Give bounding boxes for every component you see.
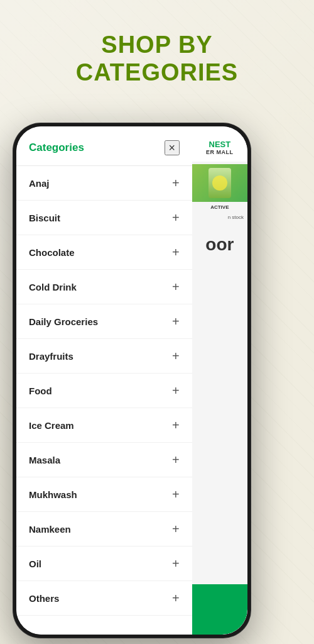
- category-item[interactable]: Cold Drink +: [16, 270, 192, 304]
- expand-icon: +: [172, 488, 180, 501]
- page-title: SHOP BY CATEGORIES: [13, 31, 301, 86]
- category-item[interactable]: Drayfruits +: [16, 339, 192, 374]
- teal-block: [192, 584, 247, 635]
- close-button[interactable]: ×: [165, 140, 180, 155]
- category-name: Ice Cream: [29, 420, 74, 431]
- category-item[interactable]: Mukhwash +: [16, 477, 192, 512]
- category-item[interactable]: Namkeen +: [16, 512, 192, 547]
- category-item[interactable]: Oil +: [16, 547, 192, 581]
- category-name: Chocolate: [29, 247, 75, 258]
- panel-title: Categories: [29, 142, 84, 154]
- category-item[interactable]: Ice Cream +: [16, 408, 192, 443]
- category-name: Cold Drink: [29, 282, 77, 292]
- expand-icon: +: [172, 315, 180, 328]
- nest-sub: ER MALL: [196, 149, 244, 155]
- category-name: Masala: [29, 455, 60, 465]
- category-name: Food: [29, 386, 52, 396]
- expand-icon: +: [172, 211, 180, 224]
- category-item[interactable]: Masala +: [16, 443, 192, 477]
- panel-header: Categories ×: [16, 126, 192, 166]
- expand-icon: +: [172, 523, 180, 535]
- category-name: Namkeen: [29, 524, 71, 535]
- category-item[interactable]: Food +: [16, 374, 192, 408]
- category-item[interactable]: Daily Groceries +: [16, 304, 192, 339]
- expand-icon: +: [172, 557, 180, 570]
- expand-icon: +: [172, 453, 180, 466]
- phone-frame: Categories × Anaj + Biscuit + Chocolate …: [13, 123, 251, 638]
- category-name: Others: [29, 593, 59, 604]
- category-list: Anaj + Biscuit + Chocolate + Cold Drink …: [16, 166, 192, 633]
- category-name: Oil: [29, 558, 41, 569]
- expand-icon: +: [172, 246, 180, 258]
- category-name: Drayfruits: [29, 351, 73, 362]
- nest-header: NEST ER MALL: [192, 126, 247, 162]
- nest-logo: NEST: [196, 140, 244, 149]
- product-thumbnail: [192, 164, 247, 202]
- header-section: SHOP BY CATEGORIES: [0, 0, 314, 105]
- categories-panel: Categories × Anaj + Biscuit + Chocolate …: [16, 126, 192, 635]
- expand-icon: +: [172, 592, 180, 604]
- right-panel: NEST ER MALL ACTIVE n stock oor: [192, 126, 247, 635]
- category-name: Biscuit: [29, 213, 60, 223]
- expand-icon: +: [172, 280, 180, 293]
- phone-screen: Categories × Anaj + Biscuit + Chocolate …: [16, 126, 247, 635]
- category-item[interactable]: Others +: [16, 581, 192, 616]
- category-item[interactable]: Chocolate +: [16, 235, 192, 270]
- category-name: Daily Groceries: [29, 316, 98, 327]
- active-badge: ACTIVE: [192, 202, 247, 213]
- category-item[interactable]: Biscuit +: [16, 201, 192, 235]
- category-name: Mukhwash: [29, 489, 77, 500]
- stock-text: n stock: [192, 213, 247, 222]
- category-name: Anaj: [29, 178, 50, 189]
- expand-icon: +: [172, 350, 180, 362]
- expand-icon: +: [172, 384, 180, 397]
- floor-label: oor: [192, 222, 247, 267]
- expand-icon: +: [172, 177, 180, 189]
- category-item[interactable]: Anaj +: [16, 166, 192, 201]
- expand-icon: +: [172, 419, 180, 431]
